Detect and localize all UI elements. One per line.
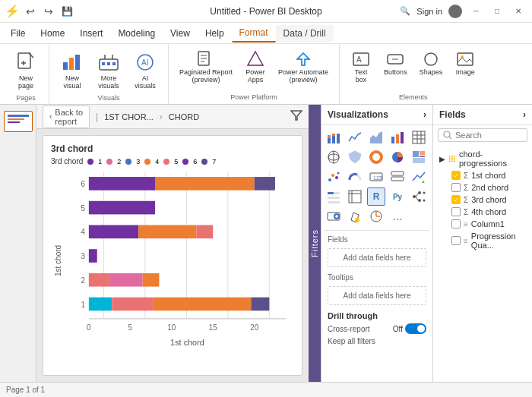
- viz-py-visual[interactable]: Py: [388, 187, 407, 206]
- save-icon[interactable]: 💾: [61, 5, 73, 17]
- toggle-track[interactable]: [405, 323, 426, 334]
- filters-panel[interactable]: Filters: [309, 105, 321, 382]
- search-icon[interactable]: 🔍: [400, 6, 410, 16]
- fields-search-input[interactable]: [455, 131, 516, 140]
- menu-datadrill[interactable]: Data / Drill: [276, 25, 334, 42]
- viz-r-visual[interactable]: R: [367, 187, 385, 206]
- viz-filled-map[interactable]: [346, 148, 364, 166]
- close-button[interactable]: ✕: [511, 4, 526, 19]
- page-thumb-1[interactable]: [4, 111, 33, 132]
- image-button[interactable]: Image: [450, 47, 480, 79]
- more-visuals-icon: [97, 50, 121, 74]
- svg-text:0: 0: [87, 323, 91, 332]
- checkbox-1st-chord[interactable]: ✓: [451, 171, 461, 180]
- menu-insert[interactable]: Insert: [72, 25, 110, 42]
- sigma-icon-2: Σ: [464, 184, 468, 192]
- tree-item-label-1st-chord: 1st chord: [471, 171, 505, 180]
- menu-format[interactable]: Format: [232, 24, 276, 43]
- maximize-button[interactable]: □: [489, 4, 505, 19]
- tree-group-header[interactable]: ▶ ⊞ chord-progressions: [436, 148, 529, 169]
- menu-help[interactable]: Help: [198, 25, 232, 42]
- signin-label[interactable]: Sign in: [416, 7, 442, 16]
- legend-dot-7: [201, 159, 207, 165]
- tree-item-3rd-chord[interactable]: ✓ Σ 3rd chord: [436, 194, 529, 206]
- svg-rect-63: [332, 136, 335, 143]
- minimize-button[interactable]: ─: [468, 4, 483, 19]
- viz-paint-icon[interactable]: [346, 207, 364, 225]
- redo-icon[interactable]: ↪: [43, 5, 55, 17]
- user-avatar[interactable]: [448, 5, 462, 18]
- text-box-icon: A: [352, 50, 370, 68]
- shapes-button[interactable]: Shapes: [415, 47, 448, 79]
- menu-home[interactable]: Home: [33, 25, 72, 42]
- viz-more-icon[interactable]: …: [388, 207, 407, 225]
- tree-item-progression-qua[interactable]: ≡ Progression Qua...: [436, 230, 529, 251]
- svg-point-85: [328, 178, 331, 181]
- tree-item-4th-chord[interactable]: Σ 4th chord: [436, 206, 529, 218]
- viz-analytics-icon[interactable]: [367, 207, 385, 225]
- menu-modeling[interactable]: Modeling: [110, 25, 163, 42]
- new-page-button[interactable]: Newpage: [9, 47, 43, 93]
- add-tooltips-box[interactable]: Add data fields here: [328, 286, 426, 305]
- tree-item-column1[interactable]: ≡ Column1: [436, 218, 529, 230]
- filters-label: Filters: [310, 229, 319, 257]
- chart-legend: 3rd chord 1 2 3 4 5 6 7: [51, 157, 294, 165]
- paginated-report-button[interactable]: Paginated Report(preview): [175, 47, 237, 87]
- checkbox-progression[interactable]: [451, 236, 461, 245]
- viz-card[interactable]: 123: [367, 168, 385, 186]
- viz-gauge[interactable]: [346, 168, 364, 186]
- viz-scatter[interactable]: [325, 168, 343, 186]
- menu-file[interactable]: File: [3, 25, 33, 42]
- fields-expand-icon[interactable]: ›: [523, 109, 526, 120]
- text-box-button[interactable]: A Textbox: [346, 47, 376, 87]
- viz-column-chart[interactable]: [388, 128, 407, 147]
- cross-report-toggle[interactable]: Off: [393, 323, 426, 334]
- viz-treemap[interactable]: [410, 148, 428, 166]
- svg-rect-11: [107, 62, 110, 65]
- viz-add-icon[interactable]: [325, 207, 343, 225]
- back-label: Back toreport: [55, 108, 83, 126]
- tree-item-1st-chord[interactable]: ✓ Σ 1st chord: [436, 169, 529, 181]
- viz-expand-icon[interactable]: ›: [423, 109, 426, 120]
- add-data-box[interactable]: Add data fields here: [328, 248, 426, 267]
- buttons-button[interactable]: Buttons: [379, 47, 412, 79]
- undo-icon[interactable]: ↩: [24, 5, 36, 17]
- viz-matrix[interactable]: [346, 187, 364, 206]
- svg-rect-4: [63, 62, 68, 70]
- viz-kpi[interactable]: ▲: [410, 168, 428, 186]
- ai-visuals-button[interactable]: AI AIvisuals: [128, 47, 162, 93]
- new-visual-button[interactable]: Newvisual: [55, 47, 89, 93]
- more-visuals-button[interactable]: Morevisuals: [92, 47, 125, 93]
- title-bar-right: 🔍 Sign in ─ □ ✕: [400, 4, 526, 19]
- fields-title: Fields: [439, 109, 466, 120]
- svg-rect-67: [391, 137, 394, 143]
- power-automate-button[interactable]: Power Automate(preview): [274, 47, 333, 87]
- viz-donut[interactable]: [367, 148, 385, 166]
- viz-stacked-bar[interactable]: [325, 128, 343, 147]
- svg-rect-44: [138, 225, 196, 239]
- power-apps-button[interactable]: PowerApps: [240, 47, 271, 87]
- viz-slicer[interactable]: [325, 187, 343, 206]
- viz-multirow-card[interactable]: [388, 168, 407, 186]
- filter-icon[interactable]: [290, 109, 302, 124]
- checkbox-column1[interactable]: [451, 219, 461, 228]
- checkbox-2nd-chord[interactable]: [451, 183, 461, 192]
- checkbox-4th-chord[interactable]: [451, 207, 461, 216]
- viz-line-chart[interactable]: [346, 128, 364, 147]
- tree-item-2nd-chord[interactable]: Σ 2nd chord: [436, 181, 529, 194]
- viz-pie[interactable]: [388, 148, 407, 166]
- svg-rect-0: [18, 53, 30, 68]
- fields-panel: Fields › ▶ ⊞ chord-progressions ✓ Σ 1st …: [433, 105, 532, 382]
- sigma-icon-4: Σ: [464, 208, 468, 216]
- menu-view[interactable]: View: [163, 25, 198, 42]
- back-button[interactable]: ‹ Back toreport: [43, 106, 90, 128]
- viz-area-chart[interactable]: [367, 128, 385, 147]
- fields-search-box[interactable]: [438, 128, 527, 142]
- svg-text:1: 1: [81, 300, 86, 308]
- viz-table[interactable]: [410, 128, 428, 147]
- svg-point-101: [413, 195, 416, 198]
- viz-decomp-tree[interactable]: [410, 187, 428, 206]
- checkbox-3rd-chord[interactable]: ✓: [451, 195, 461, 204]
- viz-map[interactable]: [325, 148, 343, 166]
- legend-dot-2: [106, 159, 112, 165]
